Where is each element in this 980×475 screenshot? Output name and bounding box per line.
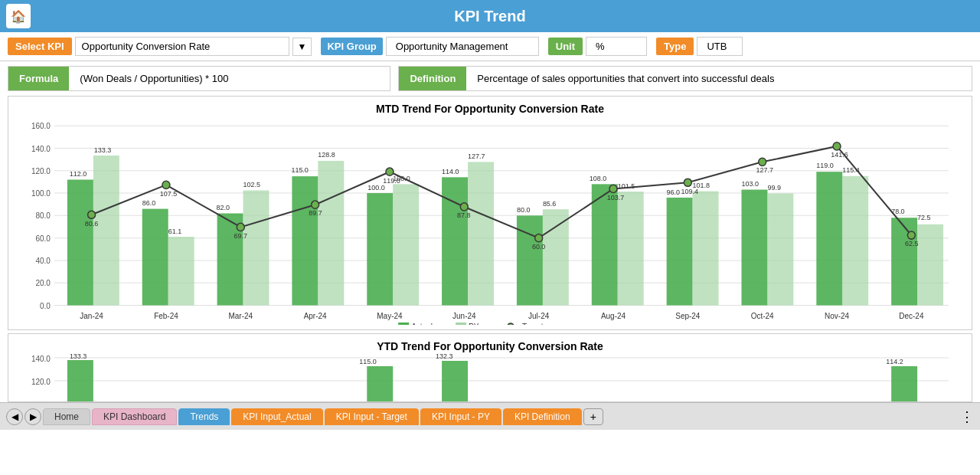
kpi-dropdown-button[interactable]: ▼ xyxy=(292,38,312,56)
legend-py-box xyxy=(456,323,466,325)
svg-text:114.2: 114.2 xyxy=(886,358,903,365)
formula-definition-row: Formula (Won Deals / Opportunities) * 10… xyxy=(8,66,972,91)
ytd-chart-title: YTD Trend For Opportunity Conversion Rat… xyxy=(16,340,964,352)
definition-box: Definition Percentage of sales opportuni… xyxy=(398,66,972,91)
svg-text:109.4: 109.4 xyxy=(681,188,698,195)
bar-py-apr xyxy=(318,161,344,306)
target-point-aug xyxy=(609,185,617,192)
bar-py-nov xyxy=(842,176,868,306)
svg-text:108.0: 108.0 xyxy=(590,174,606,182)
formula-label: Formula xyxy=(8,67,69,90)
kpi-bar: Select KPI Opportunity Conversion Rate ▼… xyxy=(0,32,980,61)
bar-actual-oct xyxy=(741,190,767,306)
tab-prev-button[interactable]: ◀ xyxy=(6,408,23,425)
svg-text:Dec-24: Dec-24 xyxy=(899,312,924,320)
svg-text:86.0: 86.0 xyxy=(142,199,155,207)
svg-text:Feb-24: Feb-24 xyxy=(154,312,178,320)
target-point-mar xyxy=(237,223,244,231)
bar-actual-jan xyxy=(67,179,93,305)
svg-text:141.6: 141.6 xyxy=(831,151,848,159)
svg-text:128.8: 128.8 xyxy=(318,151,335,159)
ytd-chart-svg: 140.0 120.0 133.3 115.0 132.3 114.2 xyxy=(16,354,964,402)
svg-text:112.0: 112.0 xyxy=(70,170,87,178)
svg-text:103.7: 103.7 xyxy=(607,194,624,201)
svg-text:102.5: 102.5 xyxy=(243,181,260,188)
tab-bar: ◀ ▶ Home KPI Dashboard Trends KPI Input_… xyxy=(0,402,980,430)
tab-menu-button[interactable]: ⋮ xyxy=(960,408,974,425)
tab-kpi-input-target[interactable]: KPI Input - Target xyxy=(325,408,419,425)
svg-rect-75 xyxy=(442,361,468,402)
bar-actual-dec xyxy=(891,218,917,305)
type-value: UTB xyxy=(697,37,743,56)
svg-text:20.0: 20.0 xyxy=(36,279,51,287)
bar-py-aug xyxy=(618,192,644,305)
target-point-sep xyxy=(684,179,691,186)
home-button[interactable]: 🏠 xyxy=(6,4,31,28)
formula-box: Formula (Won Deals / Opportunities) * 10… xyxy=(8,66,390,91)
svg-text:Aug-24: Aug-24 xyxy=(601,312,626,320)
kpi-group-value: Opportunity Management xyxy=(386,37,539,56)
ytd-chart-container: YTD Trend For Opportunity Conversion Rat… xyxy=(8,333,972,402)
svg-text:80.0: 80.0 xyxy=(36,211,51,220)
bar-py-may xyxy=(393,184,419,305)
unit-label: Unit xyxy=(548,38,583,55)
svg-text:Mar-24: Mar-24 xyxy=(228,312,253,320)
definition-label: Definition xyxy=(399,67,466,90)
tab-kpi-definition[interactable]: KPI Definition xyxy=(503,408,582,425)
target-point-dec xyxy=(907,231,915,239)
tab-home[interactable]: Home xyxy=(43,408,90,425)
bar-actual-may xyxy=(367,193,393,305)
svg-text:140.0: 140.0 xyxy=(31,355,51,363)
bar-py-jun xyxy=(468,162,494,305)
svg-text:127.7: 127.7 xyxy=(468,152,485,160)
svg-rect-73 xyxy=(367,366,393,402)
kpi-group-label: KPI Group xyxy=(321,38,382,55)
kpi-name-value: Opportunity Conversion Rate xyxy=(75,37,289,56)
bar-py-oct xyxy=(767,193,793,305)
bar-py-sep xyxy=(693,192,719,306)
svg-text:133.3: 133.3 xyxy=(94,146,111,154)
svg-text:120.0: 120.0 xyxy=(31,167,51,175)
svg-text:72.5: 72.5 xyxy=(917,214,930,221)
type-label: Type xyxy=(656,38,694,55)
tab-kpi-input-actual[interactable]: KPI Input_Actual xyxy=(231,408,322,425)
legend-py-text: PY xyxy=(469,323,479,325)
bar-actual-jul xyxy=(517,215,543,305)
svg-text:127.7: 127.7 xyxy=(756,166,773,174)
svg-text:Jul-24: Jul-24 xyxy=(528,312,550,320)
target-point-jan xyxy=(88,211,96,218)
bar-actual-aug xyxy=(592,184,618,305)
tab-kpi-dashboard[interactable]: KPI Dashboard xyxy=(92,408,177,425)
svg-text:60.0: 60.0 xyxy=(36,234,51,243)
svg-text:80.6: 80.6 xyxy=(85,220,98,228)
svg-text:120.0: 120.0 xyxy=(31,378,51,386)
svg-text:115.0: 115.0 xyxy=(359,358,376,365)
svg-text:60.0: 60.0 xyxy=(532,243,545,251)
legend-target-text: Target xyxy=(522,323,544,325)
svg-rect-77 xyxy=(891,366,917,402)
tab-next-button[interactable]: ▶ xyxy=(24,408,41,425)
svg-text:96.0: 96.0 xyxy=(667,188,680,196)
bar-py-jul xyxy=(543,209,569,305)
tab-trends[interactable]: Trends xyxy=(178,408,230,425)
header: 🏠 KPI Trend xyxy=(0,0,980,32)
svg-text:Jan-24: Jan-24 xyxy=(80,312,103,320)
svg-text:40.0: 40.0 xyxy=(36,257,51,265)
unit-value: % xyxy=(586,37,647,56)
svg-text:107.5: 107.5 xyxy=(160,190,177,198)
svg-text:100.0: 100.0 xyxy=(368,184,384,192)
bar-actual-jun xyxy=(442,177,468,305)
target-point-jun xyxy=(460,203,468,211)
target-point-may xyxy=(386,168,394,175)
select-kpi-label: Select KPI xyxy=(8,38,72,55)
svg-text:119.0: 119.0 xyxy=(816,162,833,169)
svg-text:Apr-24: Apr-24 xyxy=(304,312,327,320)
tab-add-button[interactable]: + xyxy=(583,408,603,425)
tab-kpi-input-py[interactable]: KPI Input - PY xyxy=(420,408,501,425)
svg-text:85.6: 85.6 xyxy=(543,200,556,208)
svg-text:132.3: 132.3 xyxy=(436,354,452,360)
bar-actual-sep xyxy=(667,198,693,306)
target-point-nov xyxy=(833,142,841,150)
svg-text:119.0: 119.0 xyxy=(383,176,400,184)
svg-text:69.7: 69.7 xyxy=(234,232,247,240)
